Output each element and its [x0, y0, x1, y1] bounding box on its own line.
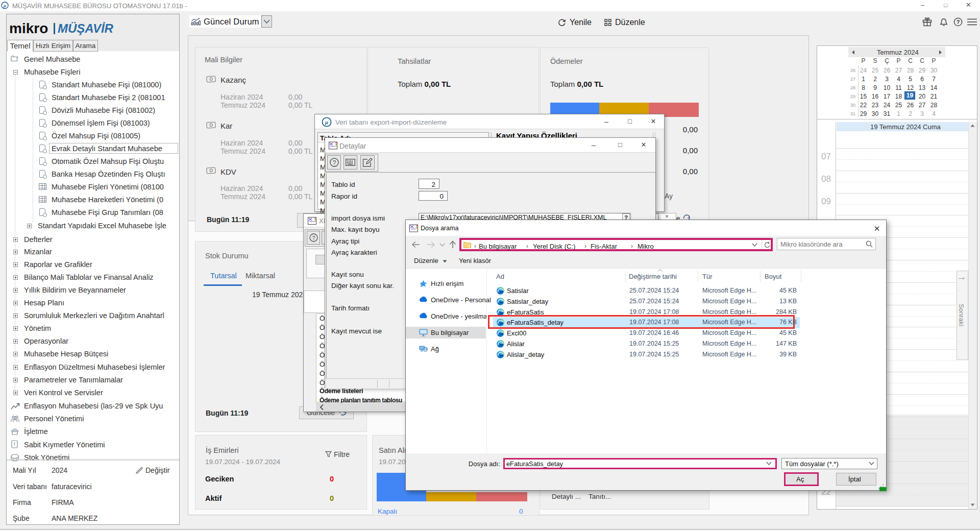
- svg-text:?: ?: [312, 235, 315, 241]
- svg-text:μ: μ: [3, 3, 6, 8]
- svg-text:μ: μ: [325, 119, 328, 125]
- svg-text:?: ?: [957, 19, 960, 25]
- svg-text:?: ?: [333, 159, 336, 166]
